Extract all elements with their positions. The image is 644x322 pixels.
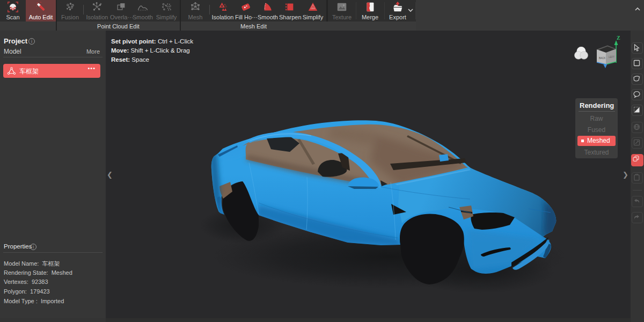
svg-text:BACK: BACK <box>599 57 605 60</box>
svg-text:LEFT: LEFT <box>609 56 614 58</box>
svg-text:Z: Z <box>617 35 620 41</box>
